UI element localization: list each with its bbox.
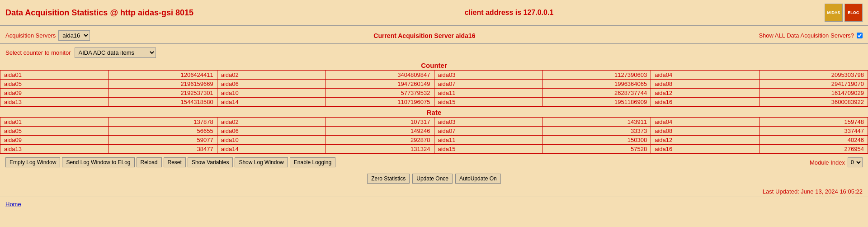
rate-value-cell: 131324 <box>326 145 434 154</box>
counter-select-dropdown[interactable]: AIDA ADC data items <box>75 47 156 58</box>
counter-label-cell: aida15 <box>434 98 542 107</box>
counter-label-cell: aida06 <box>217 80 326 89</box>
table-row: aida131544318580aida141107196075aida1519… <box>0 98 868 107</box>
counter-value-cell: 577379532 <box>326 89 434 98</box>
rate-value-cell: 57528 <box>542 145 651 154</box>
counter-value-cell: 1107196075 <box>326 98 434 107</box>
rate-value-cell: 276954 <box>760 145 868 154</box>
current-server-label: Current Acquisition Server aida16 <box>373 32 475 39</box>
rate-label-cell: aida14 <box>217 145 326 154</box>
show-log-window-button[interactable]: Show Log Window <box>235 157 288 167</box>
counter-value-cell: 2196159669 <box>108 80 217 89</box>
counter-value-cell: 1206424411 <box>108 71 217 80</box>
acquisition-servers-label: Acquisition Servers <box>5 32 56 39</box>
module-index-label: Module Index <box>810 159 845 166</box>
counter-label-cell: aida08 <box>651 80 760 89</box>
footer-divider <box>0 197 868 197</box>
counter-value-cell: 1614709029 <box>760 89 868 98</box>
table-row: aida011206424411aida023404809847aida0311… <box>0 71 868 80</box>
buttons-right: Module Index 0 <box>810 157 863 167</box>
client-address: client address is 127.0.0.1 <box>465 9 554 17</box>
counter-heading: Counter <box>0 60 868 70</box>
send-log-button[interactable]: Send Log Window to ELog <box>62 157 134 167</box>
counter-value-cell: 2941719070 <box>760 80 868 89</box>
rate-label-cell: aida13 <box>0 145 109 154</box>
rate-label-cell: aida16 <box>651 145 760 154</box>
rate-label-cell: aida07 <box>434 127 542 136</box>
counter-value-cell: 3600083922 <box>760 98 868 107</box>
acquisition-server-select[interactable]: aida16 <box>58 30 90 41</box>
table-row: aida01137878aida02107317aida03143911aida… <box>0 118 868 127</box>
rate-value-cell: 40246 <box>760 136 868 145</box>
counter-label-cell: aida05 <box>0 80 109 89</box>
counter-label-cell: aida13 <box>0 98 109 107</box>
show-all-label: Show ALL Data Acquisition Servers? <box>759 32 854 39</box>
rate-label-cell: aida03 <box>434 118 542 127</box>
acq-right: Show ALL Data Acquisition Servers? <box>759 32 863 39</box>
rate-value-cell: 137878 <box>108 118 217 127</box>
rate-label-cell: aida01 <box>0 118 109 127</box>
buttons-row: Empty Log Window Send Log Window to ELog… <box>0 154 868 171</box>
rate-value-cell: 56655 <box>108 127 217 136</box>
rate-value-cell: 159748 <box>760 118 868 127</box>
counter-label-cell: aida11 <box>434 89 542 98</box>
counter-select-row: Select counter to monitor AIDA ADC data … <box>0 46 868 60</box>
rate-value-cell: 149246 <box>326 127 434 136</box>
table-row: aida092192537301aida10577379532aida11262… <box>0 89 868 98</box>
module-index-select[interactable]: 0 <box>848 157 863 167</box>
counter-label-cell: aida02 <box>217 71 326 80</box>
rate-value-cell: 150308 <box>542 136 651 145</box>
counter-select-label: Select counter to monitor <box>5 49 71 56</box>
rate-value-cell: 107317 <box>326 118 434 127</box>
rate-value-cell: 292878 <box>326 136 434 145</box>
enable-logging-button[interactable]: Enable Logging <box>290 157 335 167</box>
counter-value-cell: 2628737744 <box>542 89 651 98</box>
rate-label-cell: aida15 <box>434 145 542 154</box>
zero-statistics-button[interactable]: Zero Statistics <box>367 174 410 184</box>
update-once-button[interactable]: Update Once <box>412 174 453 184</box>
rate-label-cell: aida05 <box>0 127 109 136</box>
empty-log-window-button[interactable]: Empty Log Window <box>5 157 60 167</box>
counter-value-cell: 1996364065 <box>542 80 651 89</box>
rate-label-cell: aida12 <box>651 136 760 145</box>
rate-label-cell: aida10 <box>217 136 326 145</box>
acq-left: Acquisition Servers aida16 <box>5 30 90 41</box>
auto-update-button[interactable]: AutoUpdate On <box>455 174 501 184</box>
buttons-left: Empty Log Window Send Log Window to ELog… <box>5 157 335 167</box>
counter-label-cell: aida10 <box>217 89 326 98</box>
counter-label-cell: aida07 <box>434 80 542 89</box>
last-updated: Last Updated: June 13, 2024 16:05:22 <box>0 186 868 197</box>
counter-label-cell: aida16 <box>651 98 760 107</box>
zero-statistics-row: Zero Statistics Update Once AutoUpdate O… <box>0 171 868 186</box>
header-divider <box>0 25 868 26</box>
acq-divider <box>0 43 868 44</box>
counter-label-cell: aida03 <box>434 71 542 80</box>
acquisition-row: Acquisition Servers aida16 Current Acqui… <box>0 28 868 43</box>
counter-value-cell: 1947260149 <box>326 80 434 89</box>
counter-value-cell: 1127390603 <box>542 71 651 80</box>
counter-label-cell: aida14 <box>217 98 326 107</box>
rate-value-cell: 143911 <box>542 118 651 127</box>
table-row: aida1338477aida14131324aida1557528aida16… <box>0 145 868 154</box>
show-variables-button[interactable]: Show Variables <box>188 157 233 167</box>
rate-label-cell: aida02 <box>217 118 326 127</box>
rate-label-cell: aida11 <box>434 136 542 145</box>
counter-value-cell: 2192537301 <box>108 89 217 98</box>
rate-label-cell: aida09 <box>0 136 109 145</box>
home-link[interactable]: Home <box>5 201 21 208</box>
rate-label-cell: aida08 <box>651 127 760 136</box>
elog-logo: ELOG <box>844 4 863 22</box>
footer: Home <box>0 199 868 211</box>
rate-value-cell: 337447 <box>760 127 868 136</box>
rate-label-cell: aida06 <box>217 127 326 136</box>
counter-value-cell: 1951186909 <box>542 98 651 107</box>
reset-button[interactable]: Reset <box>164 157 186 167</box>
counter-value-cell: 1544318580 <box>108 98 217 107</box>
logos: MIDAS ELOG <box>825 4 863 22</box>
table-row: aida0959077aida10292878aida11150308aida1… <box>0 136 868 145</box>
rate-label-cell: aida04 <box>651 118 760 127</box>
show-all-checkbox[interactable] <box>857 33 863 38</box>
rate-table: aida01137878aida02107317aida03143911aida… <box>0 117 868 154</box>
table-row: aida0556655aida06149246aida0733373aida08… <box>0 127 868 136</box>
reload-button[interactable]: Reload <box>137 157 162 167</box>
